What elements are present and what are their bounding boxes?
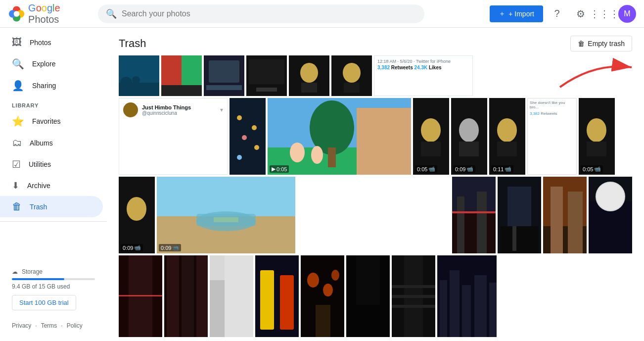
storage-used-text: 9.4 GB of 15 GB used — [12, 283, 95, 290]
svg-rect-78 — [167, 255, 179, 337]
upgrade-storage-button[interactable]: Start 100 GB trial — [12, 295, 76, 310]
trash-icon: 🗑 — [12, 201, 22, 212]
svg-point-37 — [311, 146, 323, 164]
photo-cell[interactable] — [301, 255, 344, 337]
utilities-icon: ☑ — [12, 158, 21, 170]
sidebar-item-albums-label: Albums — [30, 139, 53, 147]
sidebar-item-favorites-label: Favorites — [32, 117, 61, 125]
photo-cell[interactable] — [161, 55, 202, 96]
svg-point-90 — [331, 270, 339, 281]
photo-cell[interactable] — [210, 255, 253, 337]
photo-cell[interactable]: ▶ 0:05 — [268, 98, 411, 175]
svg-point-27 — [252, 125, 257, 130]
sidebar-item-favorites[interactable]: ⭐ Favorites — [0, 110, 103, 132]
logo: Google Photos — [8, 2, 92, 25]
main-layout: 🖼 Photos 🔍 Explore 👤 Sharing LIBRARY ⭐ F… — [0, 28, 644, 341]
photo-cell[interactable] — [164, 255, 208, 337]
help-button[interactable]: ? — [547, 4, 567, 24]
storage-section: ☁ Storage 9.4 GB of 15 GB used Start 100… — [0, 260, 107, 318]
sidebar-item-photos-label: Photos — [30, 39, 51, 47]
terms-link[interactable]: Terms — [41, 322, 57, 329]
settings-button[interactable]: ⚙ — [571, 4, 591, 24]
photo-cell[interactable]: 0:09 📹 — [119, 177, 155, 253]
svg-rect-49 — [587, 142, 606, 156]
photo-cell[interactable] — [119, 255, 162, 337]
photo-cell[interactable]: 0:05 📹 — [413, 98, 449, 175]
google-photos-logo-icon — [8, 5, 25, 23]
photo-cell[interactable] — [246, 55, 287, 96]
search-input[interactable] — [122, 9, 416, 18]
svg-point-51 — [127, 197, 146, 221]
svg-rect-97 — [392, 285, 435, 288]
photo-row-3: 0:09 📹 0:09 📹 — [119, 177, 632, 253]
cloud-icon: ☁ — [12, 268, 18, 275]
policy-link[interactable]: Policy — [67, 322, 83, 329]
empty-trash-icon: 🗑 — [578, 40, 585, 48]
photo-cell[interactable]: 0:09 📹 — [157, 177, 295, 253]
photo-cell[interactable] — [452, 177, 496, 253]
svg-rect-18 — [256, 88, 277, 92]
svg-rect-64 — [500, 226, 539, 253]
photo-cell[interactable] — [204, 55, 244, 96]
photo-cell[interactable]: Just Himbo Things @quinnscicluna ▾ — [119, 98, 228, 175]
svg-point-88 — [307, 273, 319, 288]
video-icon: 📹 — [505, 166, 511, 172]
photo-cell[interactable]: 0:05 📹 — [579, 98, 615, 175]
photo-cell[interactable] — [255, 255, 299, 337]
svg-rect-15 — [206, 85, 242, 90]
photo-cell[interactable] — [230, 98, 266, 175]
photo-cell[interactable] — [543, 177, 587, 253]
content-header: Trash 🗑 Empty trash — [107, 28, 644, 55]
svg-point-23 — [343, 63, 361, 83]
video-duration-badge: 0:09 📹 — [159, 244, 181, 251]
avatar[interactable]: M — [618, 5, 636, 23]
svg-rect-98 — [392, 295, 435, 298]
app-header: Google Photos 🔍 ＋ + Import ? ⚙ ⋮⋮⋮ M — [0, 0, 644, 28]
svg-rect-24 — [344, 83, 360, 93]
photo-cell[interactable]: 0:09 📹 — [451, 98, 487, 175]
import-button[interactable]: ＋ + Import — [490, 5, 543, 22]
sidebar-item-utilities[interactable]: ☑ Utilities — [0, 153, 103, 175]
logo-text: Google Photos — [28, 2, 92, 25]
sidebar-item-photos[interactable]: 🖼 Photos — [0, 32, 103, 53]
apps-button[interactable]: ⋮⋮⋮ — [595, 4, 614, 24]
help-icon: ? — [554, 8, 559, 19]
sidebar-item-archive[interactable]: ⬇ Archive — [0, 175, 103, 196]
svg-rect-101 — [440, 280, 447, 337]
photo-cell[interactable] — [498, 177, 541, 253]
sidebar-item-explore[interactable]: 🔍 Explore — [0, 53, 103, 75]
photo-cell[interactable] — [346, 255, 390, 337]
photo-cell[interactable] — [437, 255, 497, 337]
photo-cell[interactable] — [119, 55, 159, 96]
search-icon: 🔍 — [106, 8, 117, 19]
svg-rect-35 — [328, 147, 336, 167]
svg-rect-105 — [489, 283, 497, 337]
photo-cell[interactable]: 12:18 AM · 5/6/20 · Twitter for iPhone 3… — [374, 55, 473, 96]
sidebar-item-utilities-label: Utilities — [29, 160, 51, 168]
photo-cell[interactable] — [331, 55, 372, 96]
spacer — [297, 177, 450, 253]
storage-bar-fill — [12, 278, 64, 280]
sidebar-item-albums[interactable]: 🗂 Albums — [0, 132, 103, 153]
svg-rect-65 — [512, 226, 516, 251]
photo-row-2: Just Himbo Things @quinnscicluna ▾ — [119, 98, 632, 175]
empty-trash-button[interactable]: 🗑 Empty trash — [570, 36, 632, 51]
photo-cell[interactable] — [392, 255, 435, 337]
sidebar-item-sharing[interactable]: 👤 Sharing — [0, 75, 103, 97]
photos-icon: 🖼 — [12, 37, 22, 48]
photo-cell[interactable]: 0:11 📹 — [489, 98, 525, 175]
video-duration-badge: 0:05 📹 — [581, 165, 603, 173]
photo-cell[interactable]: She doesn't like you bro... 3,382 Retwee… — [527, 98, 577, 175]
sidebar-item-trash-label: Trash — [30, 203, 47, 211]
import-label: + Import — [508, 10, 534, 18]
photo-cell[interactable] — [289, 55, 329, 96]
footer-links: Privacy · Terms · Policy — [0, 318, 107, 337]
explore-icon: 🔍 — [12, 58, 24, 70]
sidebar-item-trash[interactable]: 🗑 Trash — [0, 196, 103, 217]
svg-point-4 — [14, 11, 20, 17]
svg-rect-86 — [280, 275, 294, 330]
privacy-link[interactable]: Privacy — [12, 322, 31, 329]
search-bar[interactable]: 🔍 — [98, 4, 424, 23]
favorites-icon: ⭐ — [12, 115, 24, 127]
photo-cell[interactable] — [589, 177, 632, 253]
